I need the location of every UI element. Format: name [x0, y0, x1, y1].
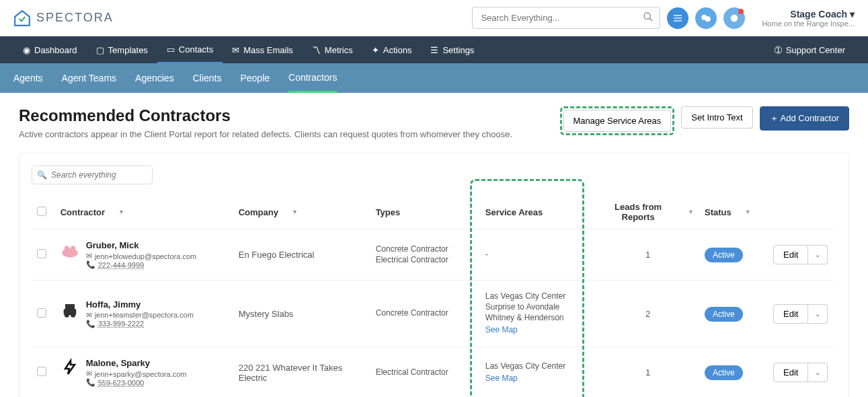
edit-button[interactable]: Edit — [773, 245, 808, 264]
user-menu[interactable]: Stage Coach ▾ Home on the Range Inspe... — [762, 9, 855, 28]
menu-icon[interactable] — [667, 7, 688, 29]
subnav-agencies[interactable]: Agencies — [135, 65, 174, 92]
company-cell: Mystery Slabs — [233, 281, 370, 347]
table-row: Malone, Sparky ✉ jenn+sparky@spectora.co… — [32, 347, 836, 398]
edit-dropdown-button[interactable]: ⌄ — [808, 304, 828, 324]
add-contractor-button[interactable]: ＋ Add Contractor — [760, 106, 849, 131]
edit-dropdown-button[interactable]: ⌄ — [808, 245, 828, 264]
table-search-input[interactable] — [32, 166, 153, 184]
email-icon: ✉ — [86, 252, 92, 260]
subnav-clients[interactable]: Clients — [193, 65, 222, 92]
nav-metrics[interactable]: 〽Metrics — [303, 36, 362, 63]
col-types: Types — [370, 195, 480, 229]
col-company[interactable]: Company — [239, 207, 278, 217]
select-all-checkbox[interactable] — [37, 207, 46, 216]
company-cell: 220 221 Whatever It Takes Electric — [233, 347, 370, 398]
contractor-email-line: ✉ jenn+blowedup@spectora.com — [86, 252, 197, 260]
svg-point-9 — [64, 246, 69, 250]
user-name: Stage Coach — [790, 9, 847, 20]
logo[interactable]: SPECTORA — [13, 9, 114, 27]
status-badge: Active — [705, 307, 743, 322]
see-map-link[interactable]: See Map — [485, 325, 591, 334]
notification-icon[interactable] — [723, 7, 745, 29]
page-subtitle: Active contractors appear in the Client … — [19, 129, 512, 139]
table-search[interactable]: 🔍 — [32, 166, 153, 184]
svg-rect-4 — [674, 20, 682, 21]
sort-icon[interactable]: ▼ — [118, 209, 124, 215]
leads-cell: 1 — [596, 229, 699, 281]
svg-rect-2 — [674, 15, 682, 15]
status-badge: Active — [705, 365, 743, 380]
actions-icon: ✦ — [372, 45, 379, 55]
company-cell: En Fuego Electrical — [233, 229, 370, 281]
contractor-phone[interactable]: 559-623-0000 — [98, 379, 145, 387]
page-title: Recommended Contractors — [19, 106, 512, 125]
status-badge: Active — [705, 248, 743, 262]
nav-dashboard[interactable]: ◉Dashboard — [13, 36, 87, 63]
subnav-agents[interactable]: Agents — [13, 65, 43, 92]
chevron-down-icon: ⌄ — [815, 310, 820, 318]
edit-button[interactable]: Edit — [773, 363, 808, 382]
col-leads[interactable]: Leads from Reports — [602, 202, 674, 222]
leads-cell: 2 — [596, 281, 699, 347]
contractor-phone[interactable]: 333-999-2222 — [98, 320, 145, 328]
type-value: Concrete Contractor — [376, 308, 475, 318]
col-status[interactable]: Status — [705, 207, 732, 217]
sort-icon[interactable]: ▼ — [745, 209, 751, 215]
svg-line-1 — [649, 18, 652, 21]
types-cell: Concrete Contractor — [370, 281, 480, 347]
row-checkbox[interactable] — [37, 308, 46, 318]
contractor-phone-line: 📞 559-623-0000 — [86, 378, 187, 387]
primary-nav: ◉Dashboard ▢Templates ▭Contacts ✉Mass Em… — [0, 36, 868, 63]
set-intro-text-button[interactable]: Set Intro Text — [681, 106, 752, 129]
email-icon: ✉ — [86, 311, 92, 320]
service-area-value: Whitney & Henderson — [485, 313, 591, 322]
manage-service-areas-button[interactable]: Manage Service Areas — [563, 110, 672, 132]
subnav-people[interactable]: People — [240, 65, 270, 92]
contractor-phone-line: 📞 333-999-2222 — [86, 320, 194, 328]
secondary-nav: Agents Agent Teams Agencies Clients Peop… — [0, 63, 868, 93]
nav-settings[interactable]: ☰Settings — [421, 36, 483, 63]
nav-contacts[interactable]: ▭Contacts — [157, 36, 223, 63]
service-areas-cell: Las Vegas City CenterSurprise to Avondal… — [480, 281, 596, 347]
contractor-phone[interactable]: 222-444-9999 — [98, 261, 145, 269]
contractor-name[interactable]: Hoffa, Jimmy — [86, 299, 194, 310]
chat-icon[interactable] — [695, 7, 717, 29]
subnav-agent-teams[interactable]: Agent Teams — [62, 65, 116, 92]
logo-text: SPECTORA — [36, 11, 114, 25]
nav-templates[interactable]: ▢Templates — [87, 36, 157, 63]
global-search[interactable] — [472, 7, 660, 29]
contractor-email[interactable]: jenn+teamster@spectora.com — [95, 311, 194, 319]
subnav-contractors[interactable]: Contractors — [288, 64, 337, 93]
row-checkbox[interactable] — [37, 367, 46, 376]
svg-point-12 — [64, 312, 69, 317]
col-contractor[interactable]: Contractor — [61, 207, 105, 217]
sort-icon[interactable]: ▼ — [688, 209, 694, 215]
sort-icon[interactable]: ▼ — [292, 209, 298, 215]
svg-point-0 — [644, 13, 650, 19]
service-area-value: Surprise to Avondale — [485, 302, 591, 312]
contractor-email[interactable]: jenn+blowedup@spectora.com — [95, 252, 197, 260]
row-checkbox[interactable] — [37, 249, 46, 258]
chevron-down-icon: ⌄ — [815, 251, 820, 258]
service-areas-cell: - — [480, 229, 596, 281]
user-company: Home on the Range Inspe... — [762, 20, 855, 28]
contractor-name[interactable]: Malone, Sparky — [86, 358, 187, 368]
contractor-avatar — [61, 299, 79, 318]
contractors-table-card: 🔍 Contractor▼ Company▼ Types Service Are… — [19, 153, 849, 397]
page-content: Recommended Contractors Active contracto… — [0, 93, 868, 397]
help-icon: ➀ — [775, 45, 782, 55]
chevron-down-icon: ⌄ — [815, 369, 820, 376]
edit-dropdown-button[interactable]: ⌄ — [808, 363, 828, 382]
svg-point-13 — [71, 312, 75, 317]
nav-actions[interactable]: ✦Actions — [362, 36, 422, 63]
search-input[interactable] — [472, 7, 660, 29]
contractor-email[interactable]: jenn+sparky@spectora.com — [95, 370, 187, 378]
nav-support[interactable]: ➀Support Center — [765, 36, 855, 63]
edit-button[interactable]: Edit — [773, 304, 808, 324]
nav-mass-emails[interactable]: ✉Mass Emails — [223, 36, 303, 63]
type-value: Electrical Contractor — [376, 367, 475, 377]
svg-point-6 — [705, 16, 711, 22]
see-map-link[interactable]: See Map — [485, 373, 591, 383]
contractor-name[interactable]: Gruber, Mick — [86, 240, 197, 250]
